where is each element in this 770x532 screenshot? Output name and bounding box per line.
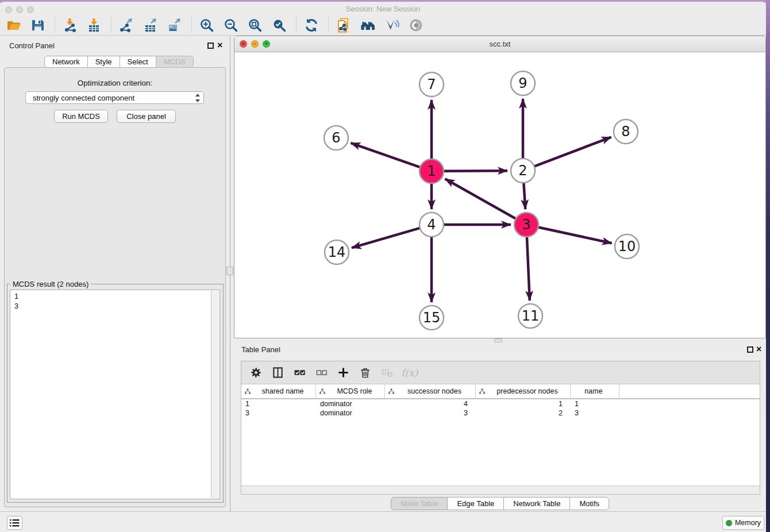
graph-edge-3-11[interactable] [527,237,530,300]
graph-node-10[interactable]: 10 [615,234,639,259]
column-header-shared-name[interactable]: shared name [241,384,316,398]
table-row[interactable]: 1dominator411 [241,399,760,408]
graph-edge-2-8[interactable] [534,137,611,167]
graph-edge-3-10[interactable] [538,227,612,243]
memory-label: Memory [735,519,761,527]
network-window-title: scc.txt [234,40,765,48]
app-title: Session: New Session [0,5,766,13]
criterion-value: strongly connected component [33,94,134,102]
graph-node-9[interactable]: 9 [511,71,535,95]
import-table-icon[interactable] [85,16,103,34]
table-hscrollbar[interactable] [241,485,760,494]
zoom-out-icon[interactable] [222,16,240,34]
graph-node-15[interactable]: 15 [419,306,444,330]
delete-columns-icon[interactable] [357,365,372,380]
graph-node-4[interactable]: 4 [419,213,444,237]
hide-all-columns-icon[interactable] [314,365,329,380]
network-from-selection-icon[interactable] [334,16,352,34]
graph-edge-3-1[interactable] [445,179,516,218]
table-cell[interactable]: 1 [571,399,619,408]
control-panel-close-icon[interactable]: × [217,42,222,49]
graph-node-11[interactable]: 11 [518,304,542,328]
table-panel-float-icon[interactable] [747,346,753,353]
control-panel-float-icon[interactable] [207,43,214,49]
tab-node-table[interactable]: Node Table [391,497,448,510]
memory-button[interactable]: Memory [722,516,764,530]
graph-node-14[interactable]: 14 [325,240,349,264]
graph-edge-2-3[interactable] [523,183,525,209]
mcds-result-area[interactable]: 13 [10,290,220,499]
column-header-predecessor-nodes[interactable]: predecessor nodes [476,384,571,398]
list-icon [10,519,20,527]
zoom-fit-icon[interactable] [246,16,264,34]
task-history-button[interactable] [7,516,22,530]
tab-mcds[interactable]: MCDS [156,56,194,68]
mcds-result-title: MCDS result (2 nodes) [10,280,91,288]
export-table-icon[interactable] [141,16,159,34]
first-neighbors-icon[interactable] [359,16,376,34]
vertical-splitter-handle[interactable] [226,267,233,275]
close-panel-button[interactable]: Close panel [117,110,176,123]
network-window: × − + scc.txt 7968124314101511 [234,36,766,338]
table-settings-icon[interactable] [248,365,263,380]
table-cell[interactable]: dominator [316,399,385,408]
table-cell[interactable]: 1 [241,399,316,408]
tab-network[interactable]: Network [44,56,88,68]
zoom-selected-icon[interactable] [270,16,288,34]
table-cell[interactable]: 1 [476,399,571,408]
table-rows: 1dominator4113dominator323 [241,399,760,418]
network-canvas[interactable]: 7968124314101511 [234,52,765,338]
result-scrollbar[interactable] [211,291,219,498]
import-network-icon[interactable] [61,16,79,34]
criterion-select[interactable]: strongly connected component [25,91,204,104]
mcds-result-values: 13 [10,290,220,311]
create-column-icon[interactable] [336,365,351,380]
column-header-MCDS-role[interactable]: MCDS role [316,384,385,398]
table-cell[interactable]: 3 [241,408,316,418]
graph-node-2[interactable]: 2 [511,159,535,183]
tab-select[interactable]: Select [120,56,156,68]
save-session-icon[interactable] [29,16,47,34]
graph-node-6[interactable]: 6 [324,126,348,150]
table-cell[interactable]: 2 [476,408,571,418]
result-value: 3 [14,301,220,311]
open-session-icon[interactable] [5,16,22,34]
tab-motifs[interactable]: Motifs [569,497,609,510]
control-panel-title: Control Panel [9,41,55,50]
horizontal-splitter-handle[interactable] [494,338,502,342]
graph-edge-1-2[interactable] [444,171,507,171]
graph-node-label: 4 [427,217,436,233]
column-browser-icon[interactable] [270,365,285,380]
zoom-in-icon[interactable] [198,16,215,34]
graph-node-8[interactable]: 8 [614,119,638,144]
export-image-icon[interactable] [165,16,183,34]
toolbar-separator [55,18,55,33]
export-network-icon[interactable] [117,16,135,34]
table-cell[interactable]: 3 [571,408,619,418]
tab-style[interactable]: Style [87,56,120,68]
update-network-icon[interactable] [302,16,320,34]
graph-edge-4-14[interactable] [352,228,420,248]
network-window-titlebar: × − + scc.txt [234,36,765,52]
graph-node-label: 7 [427,76,436,92]
table-cell[interactable]: dominator [316,408,385,418]
graph-node-3[interactable]: 3 [514,213,538,237]
table-panel-close-icon[interactable]: × [756,346,761,353]
show-all-columns-icon[interactable] [292,365,307,380]
table-panel-container: f(x) shared nameMCDS rolesuccessor nodes… [241,361,760,495]
apply-style-icon[interactable] [383,16,401,34]
statusbar: Memory [0,511,766,532]
tab-network-table[interactable]: Network Table [503,497,570,510]
graph-edge-1-6[interactable] [351,143,420,167]
graph-node-label: 14 [328,244,346,260]
graph-node-1[interactable]: 1 [419,159,444,183]
show-hide-icon[interactable] [407,16,425,34]
table-cell[interactable]: 4 [385,399,476,408]
column-header-name[interactable]: name [571,384,619,398]
table-cell[interactable]: 3 [385,408,476,418]
graph-node-7[interactable]: 7 [419,72,444,97]
column-header-successor-nodes[interactable]: successor nodes [385,384,476,398]
table-row[interactable]: 3dominator323 [241,408,760,418]
run-mcds-button[interactable]: Run MCDS [54,110,108,123]
tab-edge-table[interactable]: Edge Table [447,497,504,510]
